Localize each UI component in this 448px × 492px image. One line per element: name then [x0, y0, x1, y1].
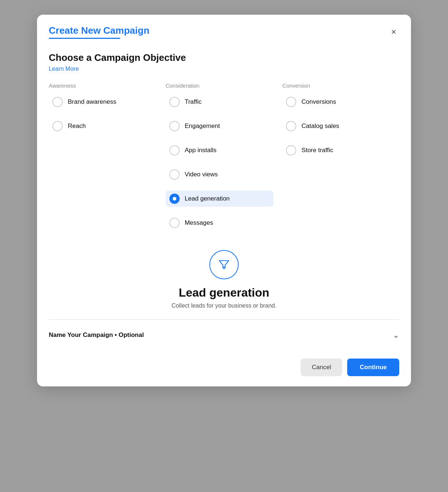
cancel-button[interactable]: Cancel — [301, 359, 342, 376]
modal-title: Create New Campaign — [49, 25, 150, 36]
selected-objective-name: Lead generation — [179, 286, 269, 300]
option-lead-generation[interactable]: Lead generation — [166, 191, 274, 207]
section-title: Choose a Campaign Objective — [49, 52, 399, 63]
selected-section: Lead generation Collect leads for your b… — [49, 246, 399, 309]
radio-brand-awareness — [52, 97, 63, 107]
radio-lead-generation — [169, 194, 180, 204]
option-engagement[interactable]: Engagement — [166, 118, 274, 134]
selected-objective-desc: Collect leads for your business or brand… — [172, 302, 276, 309]
divider — [49, 319, 399, 320]
option-catalog-sales[interactable]: Catalog sales — [282, 118, 390, 134]
label-store-traffic: Store traffic — [301, 147, 333, 154]
option-conversions[interactable]: Conversions — [282, 94, 390, 110]
radio-store-traffic — [286, 145, 296, 155]
funnel-icon — [209, 250, 239, 279]
label-messages: Messages — [185, 219, 213, 227]
chevron-down-icon: ⌄ — [393, 331, 399, 339]
label-reach: Reach — [68, 122, 86, 130]
label-app-installs: App installs — [185, 147, 217, 154]
modal-body: Choose a Campaign Objective Learn More A… — [37, 40, 411, 353]
radio-video-views — [169, 169, 180, 180]
label-video-views: Video views — [185, 171, 218, 178]
campaign-name-row[interactable]: Name Your Campaign • Optional ⌄ — [49, 323, 399, 343]
option-video-views[interactable]: Video views — [166, 166, 274, 183]
modal-title-underline — [49, 38, 120, 39]
modal-dialog: Create New Campaign × Choose a Campaign … — [37, 15, 411, 386]
label-lead-generation: Lead generation — [185, 195, 230, 202]
modal-footer: Cancel Continue — [37, 353, 411, 386]
label-brand-awareness: Brand awareness — [68, 98, 116, 106]
radio-app-installs — [169, 145, 180, 155]
continue-button[interactable]: Continue — [347, 359, 399, 376]
radio-conversions — [286, 97, 296, 107]
radio-messages — [169, 218, 180, 228]
modal-overlay: Create New Campaign × Choose a Campaign … — [0, 0, 448, 492]
learn-more-link[interactable]: Learn More — [49, 66, 79, 72]
label-catalog-sales: Catalog sales — [301, 122, 339, 130]
radio-reach — [52, 121, 63, 131]
option-traffic[interactable]: Traffic — [166, 94, 274, 110]
option-store-traffic[interactable]: Store traffic — [282, 142, 390, 158]
radio-catalog-sales — [286, 121, 296, 131]
modal-header: Create New Campaign × — [37, 15, 411, 40]
radio-engagement — [169, 121, 180, 131]
conversion-label: Conversion — [282, 82, 390, 89]
consideration-column: Consideration Traffic Engagement App ins… — [166, 82, 283, 239]
label-engagement: Engagement — [185, 122, 220, 130]
option-brand-awareness[interactable]: Brand awareness — [49, 94, 157, 110]
campaign-name-label: Name Your Campaign • Optional — [49, 331, 144, 339]
label-conversions: Conversions — [301, 98, 336, 106]
option-reach[interactable]: Reach — [49, 118, 157, 134]
awareness-label: Awareness — [49, 82, 157, 89]
svg-point-0 — [224, 268, 225, 269]
consideration-label: Consideration — [166, 82, 274, 89]
option-app-installs[interactable]: App installs — [166, 142, 274, 158]
close-button[interactable]: × — [388, 26, 399, 38]
awareness-column: Awareness Brand awareness Reach — [49, 82, 166, 239]
conversion-column: Conversion Conversions Catalog sales Sto… — [282, 82, 399, 239]
objectives-grid: Awareness Brand awareness Reach Consider… — [49, 82, 399, 239]
option-messages[interactable]: Messages — [166, 215, 274, 231]
label-traffic: Traffic — [185, 98, 202, 106]
radio-traffic — [169, 97, 180, 107]
